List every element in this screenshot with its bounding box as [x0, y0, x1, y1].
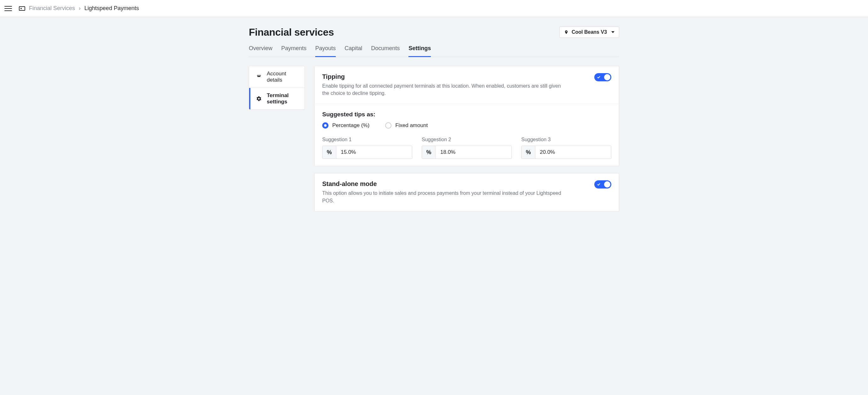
suggestion-1: Suggestion 1 %: [322, 137, 412, 159]
suggestion-label: Suggestion 1: [322, 137, 412, 142]
suggestion-label: Suggestion 2: [422, 137, 512, 142]
tip-mode-percentage[interactable]: Percentage (%): [322, 122, 369, 129]
breadcrumb-section[interactable]: Financial Services: [29, 5, 75, 12]
payments-app-icon: [19, 6, 25, 11]
caret-down-icon: [611, 31, 615, 33]
location-name: Cool Beans V3: [571, 29, 607, 35]
tab-settings[interactable]: Settings: [408, 45, 431, 57]
suggestion-1-input[interactable]: [336, 146, 412, 159]
gear-icon: [256, 96, 262, 102]
breadcrumb: Financial Services › Lightspeed Payments: [19, 5, 139, 12]
percent-prefix: %: [522, 146, 535, 159]
settings-nav-label: Terminal settings: [267, 92, 299, 105]
settings-layout: Account details Terminal settings Tippin…: [249, 66, 619, 211]
tab-overview[interactable]: Overview: [249, 45, 273, 57]
topbar: Financial Services › Lightspeed Payments: [0, 0, 868, 17]
tip-mode-radio-group: Percentage (%) Fixed amount: [322, 122, 611, 129]
tip-mode-fixed[interactable]: Fixed amount: [385, 122, 428, 129]
standalone-card: Stand-alone mode This option allows you …: [314, 173, 619, 211]
location-picker[interactable]: Cool Beans V3: [559, 27, 619, 38]
percent-prefix: %: [422, 146, 436, 159]
suggestion-2-input[interactable]: [436, 146, 512, 159]
settings-nav: Account details Terminal settings: [249, 66, 305, 110]
check-icon: [597, 75, 600, 79]
tipping-toggle[interactable]: [594, 73, 611, 81]
radio-selected-icon: [322, 122, 329, 129]
location-pin-icon: [564, 30, 568, 34]
standalone-toggle[interactable]: [594, 180, 611, 189]
suggestion-2-input-group: %: [422, 146, 512, 159]
tipping-description: Enable tipping for all connected payment…: [322, 82, 568, 97]
tabs: Overview Payments Payouts Capital Docume…: [249, 45, 619, 57]
suggestion-3-input-group: %: [521, 146, 611, 159]
tipping-card: Tipping Enable tipping for all connected…: [314, 66, 619, 166]
percent-prefix: %: [322, 146, 336, 159]
settings-content: Tipping Enable tipping for all connected…: [314, 66, 619, 211]
tab-payouts[interactable]: Payouts: [315, 45, 336, 57]
settings-nav-account-details[interactable]: Account details: [249, 66, 305, 88]
page-title: Financial services: [249, 27, 334, 38]
suggestion-row: Suggestion 1 % Suggestion 2 %: [322, 137, 611, 159]
radio-label: Fixed amount: [395, 122, 428, 129]
tab-documents[interactable]: Documents: [371, 45, 400, 57]
tipping-section: Tipping Enable tipping for all connected…: [315, 66, 619, 104]
breadcrumb-current: Lightspeed Payments: [84, 5, 139, 12]
standalone-description: This option allows you to initiate sales…: [322, 190, 568, 204]
menu-button[interactable]: [4, 5, 12, 12]
tab-payments[interactable]: Payments: [281, 45, 306, 57]
standalone-title: Stand-alone mode: [322, 180, 568, 188]
suggestion-2: Suggestion 2 %: [422, 137, 512, 159]
suggestion-label: Suggestion 3: [521, 137, 611, 142]
suggested-tips-section: Suggested tips as: Percentage (%) Fixed …: [315, 104, 619, 166]
radio-unselected-icon: [385, 122, 392, 129]
storefront-icon: [256, 74, 262, 80]
suggested-tips-heading: Suggested tips as:: [322, 111, 611, 118]
page-header: Financial services Cool Beans V3: [249, 27, 619, 38]
suggestion-3: Suggestion 3 %: [521, 137, 611, 159]
settings-nav-terminal-settings[interactable]: Terminal settings: [249, 88, 305, 109]
radio-label: Percentage (%): [332, 122, 369, 129]
suggestion-3-input[interactable]: [535, 146, 611, 159]
suggestion-1-input-group: %: [322, 146, 412, 159]
tab-capital[interactable]: Capital: [345, 45, 362, 57]
page: Financial services Cool Beans V3 Overvie…: [245, 17, 623, 224]
breadcrumb-separator: ›: [79, 5, 81, 12]
tipping-title: Tipping: [322, 73, 568, 80]
check-icon: [597, 182, 600, 186]
settings-nav-label: Account details: [267, 70, 299, 83]
standalone-section: Stand-alone mode This option allows you …: [315, 173, 619, 211]
